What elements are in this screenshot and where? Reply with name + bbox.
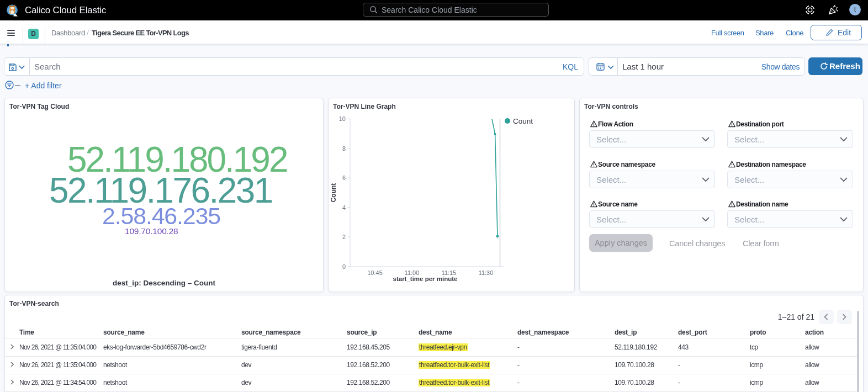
- svg-text:8: 8: [342, 145, 346, 152]
- svg-text:0: 0: [342, 263, 346, 270]
- svg-text:2: 2: [342, 234, 346, 240]
- svg-text:6: 6: [342, 174, 346, 181]
- svg-text:4: 4: [342, 204, 346, 211]
- svg-text:11:30: 11:30: [479, 269, 494, 276]
- svg-text:Count: Count: [330, 183, 337, 203]
- svg-text:start_time per minute: start_time per minute: [393, 276, 458, 282]
- svg-text:Count: Count: [513, 117, 533, 125]
- svg-text:10: 10: [339, 115, 346, 122]
- svg-text:10:45: 10:45: [367, 269, 383, 276]
